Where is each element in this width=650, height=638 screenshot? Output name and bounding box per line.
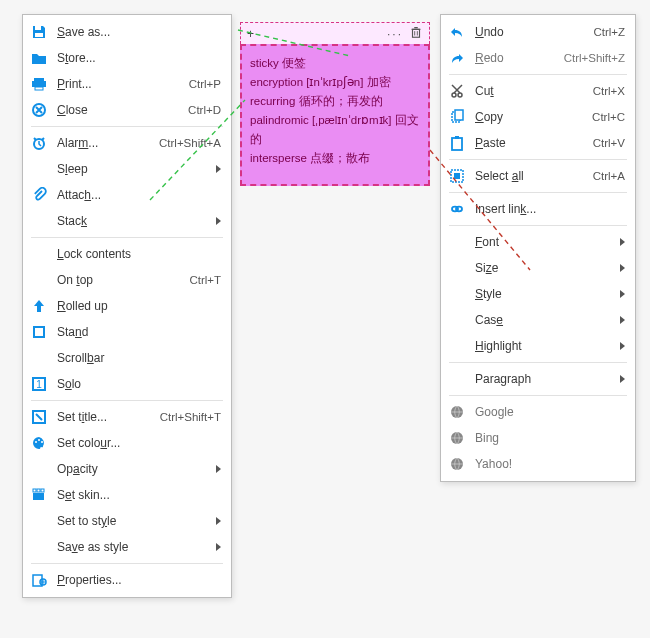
left-item-scrollbar[interactable]: Scrollbar (25, 345, 229, 371)
left-item-opacity[interactable]: Opacity (25, 456, 229, 482)
right-item-yahoo[interactable]: Yahoo! (443, 451, 633, 477)
left-context-menu: Save as...Store...Print...Ctrl+PCloseCtr… (22, 14, 232, 598)
left-item-save-as-style[interactable]: Save as style (25, 534, 229, 560)
left-item-alarm[interactable]: Alarm...Ctrl+Shift+A (25, 130, 229, 156)
menu-item-label: Attach... (57, 188, 101, 202)
menu-separator (449, 74, 627, 75)
menu-item-label: Set title... (57, 410, 107, 424)
right-item-copy[interactable]: CopyCtrl+C (443, 104, 633, 130)
left-item-on-top[interactable]: On topCtrl+T (25, 267, 229, 293)
title-icon (29, 407, 49, 427)
right-item-paragraph[interactable]: Paragraph (443, 366, 633, 392)
selectall-icon (447, 166, 467, 186)
menu-separator (31, 563, 223, 564)
menu-item-label: Properties... (57, 573, 122, 587)
left-item-solo[interactable]: Solo (25, 371, 229, 397)
redo-icon (447, 48, 467, 68)
note-line: encryption [ɪnˈkrɪpʃən] 加密 (250, 73, 420, 92)
left-item-set-title[interactable]: Set title...Ctrl+Shift+T (25, 404, 229, 430)
left-item-set-to-style[interactable]: Set to style (25, 508, 229, 534)
blank-icon (447, 232, 467, 252)
menu-item-accelerator: Ctrl+P (189, 78, 221, 90)
blank-icon (447, 336, 467, 356)
right-item-font[interactable]: Font (443, 229, 633, 255)
menu-item-accelerator: Ctrl+A (593, 170, 625, 182)
right-item-bing[interactable]: Bing (443, 425, 633, 451)
menu-separator (449, 225, 627, 226)
menu-separator (449, 362, 627, 363)
blank-icon (29, 244, 49, 264)
right-item-select-all[interactable]: Select allCtrl+A (443, 163, 633, 189)
left-item-rolled-up[interactable]: Rolled up (25, 293, 229, 319)
menu-item-label: Print... (57, 77, 92, 91)
left-item-attach[interactable]: Attach... (25, 182, 229, 208)
blank-icon (29, 537, 49, 557)
submenu-arrow-icon (620, 375, 625, 383)
solo-icon (29, 374, 49, 394)
menu-item-label: Paste (475, 136, 506, 150)
right-item-case[interactable]: Case (443, 307, 633, 333)
note-line: palindromic [ˌpælɪnˈdrɒmɪk] 回文的 (250, 111, 420, 149)
right-item-insert-link[interactable]: Insert link... (443, 196, 633, 222)
menu-item-label: Yahoo! (475, 457, 512, 471)
right-item-undo[interactable]: UndoCtrl+Z (443, 19, 633, 45)
menu-item-label: Set skin... (57, 488, 110, 502)
note-more-button[interactable]: ··· (387, 27, 403, 41)
submenu-arrow-icon (620, 264, 625, 272)
close-icon (29, 100, 49, 120)
left-item-properties[interactable]: Properties... (25, 567, 229, 593)
submenu-arrow-icon (620, 316, 625, 324)
note-line: sticky 便签 (250, 54, 420, 73)
left-item-store[interactable]: Store... (25, 45, 229, 71)
menu-item-label: Opacity (57, 462, 98, 476)
menu-separator (31, 237, 223, 238)
left-item-set-colour[interactable]: Set colour... (25, 430, 229, 456)
globe-icon (447, 402, 467, 422)
left-item-save-as[interactable]: Save as... (25, 19, 229, 45)
menu-separator (449, 192, 627, 193)
menu-item-accelerator: Ctrl+Shift+T (160, 411, 221, 423)
menu-item-label: Close (57, 103, 88, 117)
menu-item-label: Sleep (57, 162, 88, 176)
left-item-stand[interactable]: Stand (25, 319, 229, 345)
menu-item-label: Redo (475, 51, 504, 65)
menu-item-label: Store... (57, 51, 96, 65)
menu-item-label: Case (475, 313, 503, 327)
left-item-lock-contents[interactable]: Lock contents (25, 241, 229, 267)
left-item-set-skin[interactable]: Set skin... (25, 482, 229, 508)
left-item-sleep[interactable]: Sleep (25, 156, 229, 182)
note-add-button[interactable]: + (247, 27, 254, 41)
menu-item-label: Font (475, 235, 499, 249)
menu-item-label: Save as style (57, 540, 128, 554)
right-item-cut[interactable]: CutCtrl+X (443, 78, 633, 104)
right-item-google[interactable]: Google (443, 399, 633, 425)
menu-item-label: Google (475, 405, 514, 419)
menu-item-accelerator: Ctrl+C (592, 111, 625, 123)
right-item-redo[interactable]: RedoCtrl+Shift+Z (443, 45, 633, 71)
sticky-note-body[interactable]: sticky 便签encryption [ɪnˈkrɪpʃən] 加密recur… (240, 44, 430, 186)
blank-icon (29, 459, 49, 479)
undo-icon (447, 22, 467, 42)
menu-item-label: Copy (475, 110, 503, 124)
right-item-highlight[interactable]: Highlight (443, 333, 633, 359)
blank-icon (29, 211, 49, 231)
right-item-size[interactable]: Size (443, 255, 633, 281)
trash-icon[interactable] (409, 25, 423, 42)
menu-separator (31, 126, 223, 127)
left-item-stack[interactable]: Stack (25, 208, 229, 234)
menu-item-label: Stand (57, 325, 88, 339)
link-icon (447, 199, 467, 219)
submenu-arrow-icon (216, 517, 221, 525)
cut-icon (447, 81, 467, 101)
left-item-print[interactable]: Print...Ctrl+P (25, 71, 229, 97)
right-item-style[interactable]: Style (443, 281, 633, 307)
blank-icon (447, 369, 467, 389)
print-icon (29, 74, 49, 94)
blank-icon (29, 270, 49, 290)
menu-separator (31, 400, 223, 401)
globe-icon (447, 428, 467, 448)
right-item-paste[interactable]: PasteCtrl+V (443, 130, 633, 156)
left-item-close[interactable]: CloseCtrl+D (25, 97, 229, 123)
submenu-arrow-icon (620, 238, 625, 246)
folder-icon (29, 48, 49, 68)
